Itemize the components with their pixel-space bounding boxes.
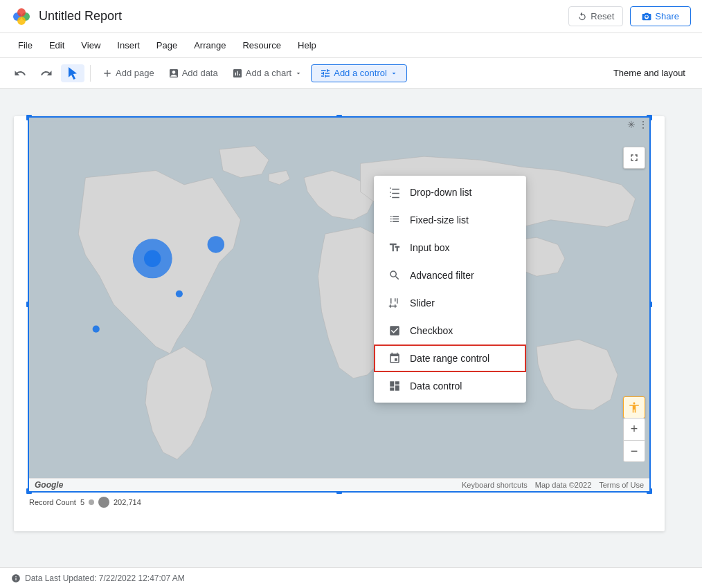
redo-button[interactable] (35, 64, 58, 82)
map-top-right-controls: ✳ ⋮ (627, 119, 648, 130)
menu-help[interactable]: Help (291, 37, 323, 53)
share-label: Share (655, 11, 679, 21)
record-count-dot-small (89, 499, 94, 505)
map-legend: Record Count 5 202,714 (29, 494, 141, 511)
title-actions: Reset Share (568, 6, 691, 26)
checkbox-icon (388, 324, 402, 338)
more-options-icon[interactable]: ⋮ (638, 119, 648, 130)
menu-page[interactable]: Page (150, 37, 184, 53)
dropdown-item-slider[interactable]: Slider (374, 289, 526, 317)
input-box-icon (388, 241, 402, 255)
dropdown-item-input-box[interactable]: Input box (374, 234, 526, 261)
slider-icon (388, 296, 402, 310)
report-title: Untitled Report (39, 9, 568, 24)
report-canvas: ✳ ⋮ + − (14, 116, 665, 531)
menu-arrange[interactable]: Arrange (187, 37, 233, 53)
dropdown-item-checkbox[interactable]: Checkbox (374, 317, 526, 344)
fixed-size-list-icon (388, 213, 402, 227)
keyboard-shortcuts-link[interactable]: Keyboard shortcuts (462, 481, 528, 489)
add-page-button[interactable]: Add page (96, 65, 160, 82)
svg-point-3 (17, 17, 26, 25)
dropdown-item-date-range-control[interactable]: Date range control (374, 344, 526, 372)
fixed-size-list-label: Fixed-size list (410, 214, 469, 226)
info-icon (11, 573, 21, 583)
add-data-label: Add data (182, 68, 218, 78)
theme-layout-button[interactable]: Theme and layout (605, 65, 694, 81)
dropdown-item-data-control[interactable]: Data control (374, 372, 526, 400)
checkbox-label: Checkbox (410, 325, 453, 336)
google-logo: Google (35, 480, 63, 490)
slider-label: Slider (410, 297, 435, 309)
reset-label: Reset (591, 11, 614, 21)
add-control-button[interactable]: Add a control (311, 64, 407, 82)
map-container: ✳ ⋮ + − (28, 116, 651, 493)
menu-insert[interactable]: Insert (110, 37, 147, 53)
reset-button[interactable]: Reset (568, 6, 623, 26)
toolbar: Add page Add data Add a chart Add a cont… (0, 58, 702, 89)
undo-button[interactable] (8, 64, 32, 82)
menu-bar: File Edit View Insert Page Arrange Resou… (0, 33, 702, 58)
dropdown-item-dropdown-list[interactable]: Drop-down list (374, 178, 526, 206)
date-range-icon (388, 351, 402, 365)
toolbar-separator-1 (90, 65, 91, 82)
record-count-num: 5 (80, 498, 84, 506)
svg-point-2 (17, 8, 26, 17)
menu-view[interactable]: View (74, 37, 107, 53)
add-data-button[interactable]: Add data (163, 65, 224, 82)
canvas-area: ✳ ⋮ + − (0, 89, 702, 587)
add-chart-label: Add a chart (246, 68, 292, 78)
data-control-icon (388, 379, 402, 393)
date-range-control-label: Date range control (410, 353, 489, 364)
zoom-out-button[interactable]: − (623, 440, 645, 462)
add-chart-button[interactable]: Add a chart (226, 65, 309, 82)
svg-point-6 (144, 250, 161, 267)
title-bar: Untitled Report Reset Share (0, 0, 702, 33)
menu-file[interactable]: File (11, 37, 39, 53)
menu-resource[interactable]: Resource (235, 37, 288, 53)
map-data-copyright: Map data ©2022 (535, 481, 592, 489)
svg-point-7 (208, 236, 224, 252)
add-page-label: Add page (116, 68, 154, 78)
menu-edit[interactable]: Edit (42, 37, 71, 53)
dropdown-item-fixed-size-list[interactable]: Fixed-size list (374, 206, 526, 234)
add-control-label: Add a control (334, 68, 387, 78)
map-data-info: Keyboard shortcuts Map data ©2022 Terms … (462, 481, 644, 489)
fullscreen-button[interactable] (623, 147, 645, 169)
share-button[interactable]: Share (630, 6, 691, 26)
pegman-icon[interactable] (623, 396, 645, 419)
dropdown-item-advanced-filter[interactable]: Advanced filter (374, 261, 526, 289)
advanced-filter-label: Advanced filter (410, 270, 474, 281)
dropdown-list-label: Drop-down list (410, 187, 471, 198)
map-background: ✳ ⋮ + − (29, 118, 649, 491)
record-count-label: Record Count (29, 498, 76, 506)
status-bar: Data Last Updated: 7/22/2022 12:47:07 AM (0, 567, 702, 588)
app-logo (11, 6, 32, 27)
advanced-filter-icon (388, 268, 402, 282)
theme-layout-label: Theme and layout (613, 68, 685, 78)
zoom-controls: + − (623, 418, 645, 462)
dropdown-list-icon (388, 185, 402, 199)
pointer-button[interactable] (61, 64, 84, 82)
record-count-dot-large (98, 497, 109, 508)
data-control-label: Data control (410, 380, 462, 392)
pin-icon[interactable]: ✳ (627, 119, 636, 130)
status-text: Data Last Updated: 7/22/2022 12:47:07 AM (25, 573, 185, 583)
terms-of-use-link[interactable]: Terms of Use (599, 481, 644, 489)
map-svg (29, 118, 649, 491)
svg-point-8 (176, 291, 183, 297)
zoom-in-button[interactable]: + (623, 418, 645, 440)
record-count-value: 202,714 (114, 498, 141, 506)
add-control-dropdown: Drop-down list Fixed-size list Input box… (374, 176, 526, 403)
input-box-label: Input box (410, 242, 450, 253)
map-footer: Google Keyboard shortcuts Map data ©2022… (29, 478, 649, 491)
svg-point-9 (93, 326, 100, 333)
